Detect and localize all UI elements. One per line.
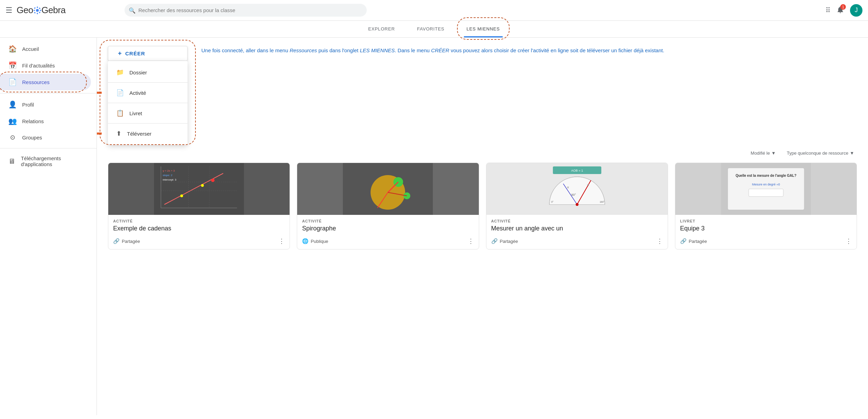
svg-text:90°: 90° [571,193,576,197]
search-input[interactable] [125,4,367,17]
logo-text-1: Geo [17,5,33,16]
svg-text:0°: 0° [551,201,554,203]
shared-icon-4: 🔗 [680,238,687,244]
card-footer-3: 🔗 Partagée ⋮ [491,236,663,246]
svg-point-16 [180,194,183,197]
user-avatar[interactable]: J [850,4,862,17]
card-more-3[interactable]: ⋮ [657,237,663,245]
create-livret-item[interactable]: 📋 Livret [108,104,188,122]
hamburger-menu-icon[interactable]: ☰ [6,6,12,15]
svg-point-0 [36,9,39,12]
header-left: ☰ GeoGebra [6,5,116,16]
svg-text:slope: 2: slope: 2 [163,174,173,177]
create-activite-label: Activité [129,90,146,96]
type-chevron-icon: ▼ [850,151,854,156]
logo: GeoGebra [17,5,65,16]
create-plus-icon: + [118,50,122,57]
sort-filter-button[interactable]: Modifié le ▼ [748,149,779,157]
activity-icon: 📄 [116,89,124,97]
create-dropdown-area: + CRÉER 📁 Dossier [108,46,188,145]
sidebar-item-telechargements[interactable]: 🖥 Téléchargements d'applications [0,151,91,171]
svg-rect-3 [34,10,35,11]
activite-arrow [97,87,102,98]
activite-arrow-tail [97,92,102,94]
sidebar-item-groupes[interactable]: ⊙ Groupes [0,129,91,145]
svg-text:AOB = 1: AOB = 1 [571,169,583,172]
card-spirographe[interactable]: ACTIVITÉ Spirographe 🌐 Publique ⋮ [297,163,479,249]
logo-text-2: Gebra [42,5,66,16]
card-more-4[interactable]: ⋮ [846,237,852,245]
sort-chevron-icon: ▼ [771,151,776,156]
sidebar-item-accueil[interactable]: 🏠 Accueil [0,40,91,57]
download-icon: 🖥 [8,157,15,165]
sidebar-label-relations: Relations [22,118,44,124]
shared-icon-1: 🔗 [113,238,120,244]
card-status-4: 🔗 Partagée [680,238,707,244]
svg-rect-7 [34,12,36,13]
create-livret-label: Livret [129,110,142,116]
create-and-annotation-row: + CRÉER 📁 Dossier [97,38,868,145]
card-thumb-3: 90° 0° 180° AOB = 1 × × [486,163,668,215]
sidebar-ressources-wrapper: 📄 Ressources [0,74,91,90]
sidebar-item-ressources[interactable]: 📄 Ressources [0,74,91,90]
svg-point-18 [211,179,214,182]
card-title-1: Exemple de cadenas [113,225,285,233]
card-more-2[interactable]: ⋮ [468,237,474,245]
card-body-1: ACTIVITÉ Exemple de cadenas 🔗 Partagée ⋮ [108,215,290,249]
televerser-arrow [97,128,102,139]
dropdown-divider-1 [108,82,188,83]
sidebar-item-profil[interactable]: 👤 Profil [0,96,91,113]
create-dossier-label: Dossier [129,70,147,75]
sidebar-item-fil-actualites[interactable]: 📅 Fil d'actualités [0,57,91,74]
annotation-text: Une fois connecté, aller dans le menu Re… [201,46,857,55]
svg-text:Mesure en degré =0: Mesure en degré =0 [752,183,780,186]
svg-text:y = 2x + 3: y = 2x + 3 [163,169,175,172]
home-icon: 🏠 [8,45,17,53]
card-status-1: 🔗 Partagée [113,238,140,244]
create-televerser-item[interactable]: ⬆ Téléverser [108,125,188,142]
type-filter-label: Type quelconque de ressource [787,151,848,156]
card-status-label-4: Partagée [689,239,707,244]
type-filter-button[interactable]: Type quelconque de ressource ▼ [784,149,857,157]
dropdown-divider-2 [108,103,188,103]
card-title-4: Equipe 3 [680,225,852,233]
notification-bell[interactable]: 1 [836,6,844,15]
sort-filter-label: Modifié le [751,151,770,156]
svg-rect-6 [39,7,40,9]
dropdown-divider-3 [108,123,188,124]
shared-icon-3: 🔗 [491,238,498,244]
svg-rect-8 [39,11,40,13]
folder-icon: 📁 [116,69,124,76]
televerser-arrow-tail [97,133,102,135]
card-more-1[interactable]: ⋮ [278,237,285,245]
upload-icon: ⬆ [116,130,121,137]
content-area: + CRÉER 📁 Dossier [97,38,868,415]
main-layout: 🏠 Accueil 📅 Fil d'actualités 📄 Ressource… [0,38,868,415]
card-mesurer-angle[interactable]: 90° 0° 180° AOB = 1 × × [486,163,668,249]
header: ☰ GeoGebra 🔍 ⠿ 1 J [0,0,868,21]
create-dossier-item[interactable]: 📁 Dossier [108,64,188,81]
card-status-2: 🌐 Publique [302,238,328,244]
svg-text:180°: 180° [600,201,605,203]
tab-les-miennes[interactable]: LES MIENNES [464,21,503,37]
profile-icon: 👤 [8,100,17,109]
sidebar-label-telechargements: Téléchargements d'applications [21,155,83,167]
tab-favorites[interactable]: FAVORITES [414,21,447,37]
apps-grid-icon[interactable]: ⠿ [825,6,831,15]
card-exemple-cadenas[interactable]: y = 2x + 3 slope: 2 intercept: 3 [108,163,290,249]
sidebar-item-relations[interactable]: 👥 Relations [0,113,91,129]
card-equipe-3[interactable]: Quelle est la mesure de l'angle GAL? Mes… [675,163,857,249]
create-button[interactable]: + CRÉER [108,46,188,61]
public-icon-2: 🌐 [302,238,309,244]
sidebar-label-groupes: Groupes [22,135,42,140]
card-thumb-2 [297,163,478,215]
svg-rect-1 [37,7,38,8]
sidebar-label-ressources: Ressources [22,79,49,85]
svg-text:×: × [567,185,569,190]
filters-row: Modifié le ▼ Type quelconque de ressourc… [97,146,868,160]
search-bar: 🔍 [125,4,367,17]
create-activite-item[interactable]: 📄 Activité [108,84,188,101]
livret-icon: 📋 [116,109,124,117]
tab-explorer[interactable]: EXPLORER [365,21,398,37]
card-type-3: ACTIVITÉ [491,219,663,223]
